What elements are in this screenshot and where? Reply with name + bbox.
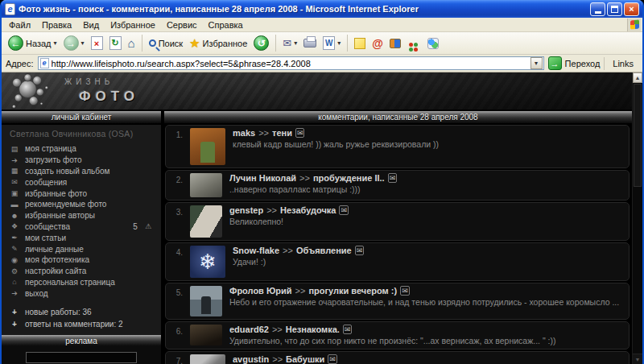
avatar[interactable] — [190, 354, 225, 364]
exit-icon: ➔ — [10, 289, 19, 297]
sidebar-item-favorite-authors[interactable]: ☻избранные авторы — [10, 210, 155, 221]
links-toolbar[interactable]: Links — [604, 57, 638, 70]
messenger-button[interactable] — [425, 36, 441, 51]
send-mail-icon[interactable]: ✉ — [388, 173, 398, 183]
sidebar-item-personal-page[interactable]: ⌂персональная страница — [10, 277, 155, 288]
go-button[interactable]: → Переход — [548, 56, 601, 70]
edit-button[interactable]: W ▾ — [320, 35, 343, 52]
messenger-icon — [427, 38, 439, 49]
sidebar-item-label: мои статьи — [25, 234, 66, 242]
scroll-down-button[interactable]: ▼ — [633, 354, 642, 364]
menu-help[interactable]: Справка — [203, 19, 249, 31]
send-mail-icon[interactable]: ✉ — [355, 246, 365, 255]
forward-button[interactable]: → ▾ — [61, 34, 87, 52]
send-mail-icon[interactable]: ✉ — [343, 325, 353, 334]
page-favicon-icon: e — [40, 58, 49, 68]
stop-button[interactable]: × — [89, 35, 105, 52]
sidebar-item-upload-photo[interactable]: ➔загрузить фото — [10, 155, 155, 166]
scrollbar-thumb[interactable] — [634, 84, 642, 187]
close-button[interactable]: × — [624, 2, 639, 16]
avatar[interactable] — [190, 173, 222, 197]
sidebar-item-new-album[interactable]: ▦создать новый альбом — [10, 166, 155, 177]
send-mail-icon[interactable]: ✉ — [328, 354, 337, 364]
sidebar-item-recommended-photos[interactable]: ▬рекомендуемые фото — [10, 199, 155, 210]
sidebar-item-label: загрузить фото — [25, 155, 82, 164]
sidebar-item-label: избранные фото — [25, 189, 87, 198]
search-label: Поиск — [159, 39, 183, 48]
address-input[interactable]: e http://www.lifeisphoto.ru/search.aspx?… — [38, 56, 544, 70]
sidebar-item-favorite-photos[interactable]: ▣избранные фото — [10, 188, 155, 199]
comment-author-link[interactable]: genstep — [229, 205, 263, 215]
title-bar: e Фото жизнь - поиск - комментарии, напи… — [2, 0, 642, 18]
favorites-button[interactable]: ★ Избранное — [187, 35, 250, 52]
address-dropdown-button[interactable]: ▾ — [530, 57, 543, 69]
comment-author-link[interactable]: maks — [233, 128, 255, 138]
research-button[interactable] — [387, 37, 403, 50]
sidebar-item-messages[interactable]: ✉сообщения — [10, 176, 155, 188]
window-title: Фото жизнь - поиск - комментарии, написа… — [19, 4, 587, 14]
maximize-button[interactable] — [607, 2, 622, 16]
photo-title-link[interactable]: Незнакомка. — [286, 325, 340, 334]
comment-author-link[interactable]: eduard62 — [229, 325, 269, 334]
avatar[interactable] — [190, 325, 222, 345]
page-scrollbar[interactable]: ▲ ▼ — [632, 72, 642, 364]
personal-cabinet-bar[interactable]: личный кабинет — [2, 111, 161, 123]
menu-edit[interactable]: Правка — [36, 19, 77, 31]
back-dropdown-icon[interactable]: ▾ — [54, 39, 57, 47]
sidebar-item-my-articles[interactable]: ✒мои статьи — [10, 232, 155, 243]
send-mail-icon[interactable]: ✉ — [400, 286, 410, 296]
avatar[interactable] — [190, 128, 225, 165]
avatar[interactable] — [190, 205, 222, 238]
photo-title-link[interactable]: тени — [272, 128, 292, 138]
menu-file[interactable]: Файл — [3, 19, 36, 31]
edit-icon: W — [323, 36, 335, 50]
sidebar-new-works-link[interactable]: +новые работы: 36 — [10, 306, 155, 318]
search-button[interactable]: Поиск — [147, 37, 185, 50]
icq-flower-icon — [409, 43, 413, 47]
menu-favorites[interactable]: Избранное — [105, 19, 161, 31]
sidebar-item-logout[interactable]: ➔выход — [10, 287, 155, 299]
avatar[interactable]: ❄ — [190, 246, 225, 278]
menu-view[interactable]: Вид — [77, 19, 105, 31]
comment-author-link[interactable]: Snow-flake — [233, 246, 279, 255]
avatar[interactable] — [190, 286, 222, 316]
mail-at-button[interactable]: @ — [369, 35, 386, 52]
refresh-button[interactable]: ↻ — [107, 35, 124, 52]
menu-tools[interactable]: Сервис — [161, 19, 203, 31]
album-icon: ▦ — [10, 167, 19, 175]
scroll-up-button[interactable]: ▲ — [633, 72, 642, 83]
photo-title-link[interactable]: пробуждение II.. — [313, 173, 385, 183]
mail-dropdown-icon[interactable]: ▾ — [294, 39, 297, 47]
print-button[interactable] — [301, 37, 319, 49]
photo-title-link[interactable]: Бабушки — [286, 354, 324, 364]
scrollbar-track[interactable] — [633, 83, 642, 354]
photo-title-link[interactable]: Объявление — [296, 246, 352, 255]
site-logo-splat-icon[interactable] — [8, 73, 55, 110]
sidebar-item-my-equipment[interactable]: ◉моя фототехника — [10, 254, 155, 266]
back-button[interactable]: ← Назад ▾ — [6, 34, 60, 52]
sidebar-item-my-page[interactable]: ▤моя страница — [10, 143, 155, 155]
notes-button[interactable] — [352, 36, 368, 51]
comment-author-link[interactable]: avgustin — [233, 354, 269, 364]
comment-row: 4. ❄ Snow-flake>>Объявление✉ Удачи! :) — [165, 242, 630, 281]
send-mail-icon[interactable]: ✉ — [295, 128, 305, 138]
windows-logo — [627, 19, 641, 31]
icq-button[interactable] — [405, 38, 423, 48]
comment-author-link[interactable]: Фролов Юрий — [229, 286, 292, 296]
sidebar-item-site-settings[interactable]: ⚙настройки сайта — [10, 266, 155, 277]
snowflake-icon: ❄ — [199, 250, 217, 275]
photo-title-link[interactable]: Незабудочка — [280, 205, 336, 215]
send-mail-icon[interactable]: ✉ — [339, 205, 349, 215]
history-button[interactable]: ↺ — [251, 34, 271, 52]
sidebar-item-communities[interactable]: ❖ сообщества 5 ⚠ — [10, 221, 155, 233]
sidebar-item-personal-data[interactable]: ✎личные данные — [10, 243, 155, 254]
minimize-button[interactable] — [590, 2, 605, 16]
mail-button[interactable]: ✉ ▾ — [280, 35, 299, 51]
photo-title-link[interactable]: прогулки вечером :) — [308, 286, 397, 296]
edit-dropdown-icon[interactable]: ▾ — [337, 39, 341, 47]
home-button[interactable]: ⌂ — [126, 35, 138, 52]
comment-author-link[interactable]: Лучин Николай — [229, 173, 296, 183]
sidebar-comment-replies-link[interactable]: +ответы на комментарии: 2 — [10, 318, 155, 330]
forward-dropdown-icon[interactable]: ▾ — [81, 39, 85, 47]
comments-list: 1. maks>>тени✉ клевый кадр вышел! )) жал… — [165, 125, 630, 364]
